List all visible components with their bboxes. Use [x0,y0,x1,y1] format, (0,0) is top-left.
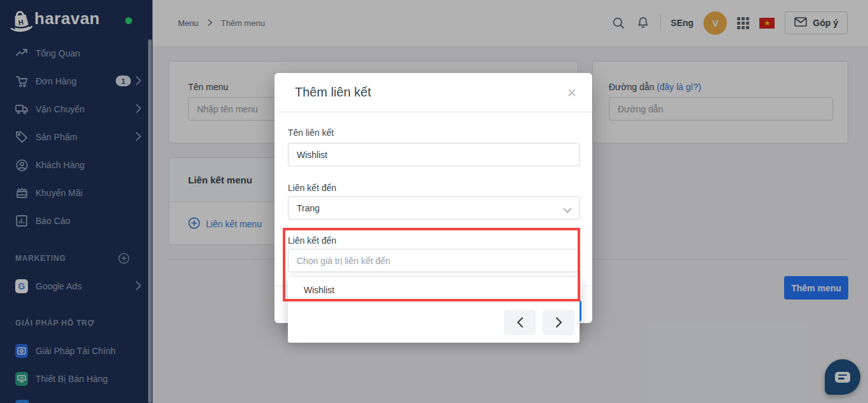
link-type-select[interactable]: Trang [288,196,580,220]
modal-header: Thêm liên kết ✕ [275,73,592,112]
link-type-label: Liên kết đến [288,183,336,193]
close-icon[interactable]: ✕ [563,84,581,102]
link-value-label: Liên kết đến [288,235,336,246]
pagination-next-button[interactable] [543,310,574,335]
link-value-dropdown: Wishlist [288,277,580,343]
modal-title: Thêm liên kết [295,85,371,100]
link-name-input[interactable] [288,143,580,166]
dropdown-option-wishlist[interactable]: Wishlist [288,277,580,303]
link-type-value: Trang [297,203,320,213]
chevron-down-icon [564,205,571,215]
link-value-input[interactable] [288,249,580,272]
app-root: H haravan Tổng Quan Đơn Hàng 1 Vận Chuyể… [0,0,868,403]
dropdown-pagination [504,310,574,335]
link-name-label: Tên liên kết [288,128,334,138]
pagination-prev-button[interactable] [504,310,536,335]
